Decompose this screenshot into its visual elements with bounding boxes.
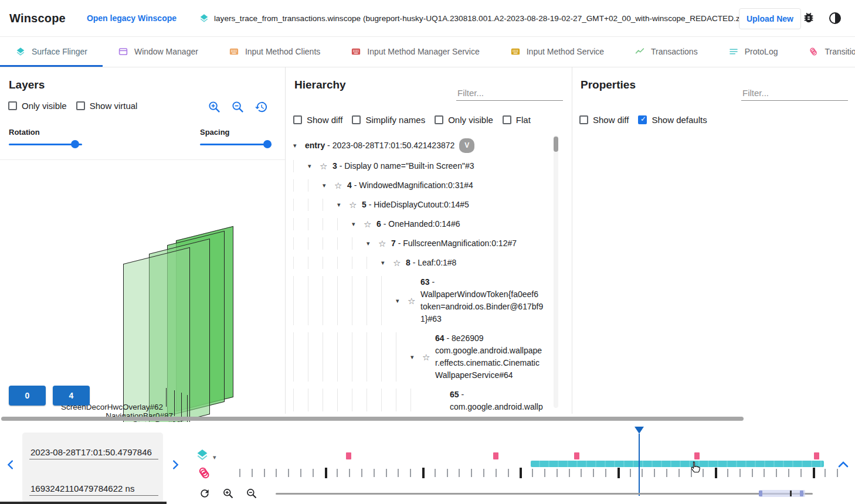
checkbox-box[interactable] — [8, 101, 17, 110]
tree-node-7[interactable]: ▾☆7 - FullscreenMagnification:0:12#7 — [293, 234, 554, 253]
tab-input-method-clients[interactable]: Input Method Clients — [213, 36, 335, 67]
timeline-ruler[interactable] — [239, 451, 841, 481]
ns-time-input[interactable] — [29, 482, 158, 496]
star-icon[interactable]: ☆ — [422, 351, 435, 363]
checkbox-box[interactable] — [352, 115, 361, 124]
rotation-slider-thumb[interactable] — [71, 140, 79, 148]
layer-id-button-0[interactable]: 0 — [9, 386, 46, 406]
tree-node-65[interactable]: ▾☆65 - com.google.android.wallpaper.effe… — [293, 385, 554, 411]
tree-node-64[interactable]: ▾☆64 - 8e26909 com.google.android.wallpa… — [293, 329, 554, 385]
tree-node-5[interactable]: ▾☆5 - HideDisplayCutout:0:14#5 — [293, 195, 554, 214]
chevron-up-icon[interactable] — [837, 459, 849, 468]
checkbox-box[interactable] — [503, 115, 511, 124]
transitions-trace-toggle-icon[interactable] — [196, 465, 212, 481]
refresh-icon[interactable] — [199, 488, 211, 499]
reset-view-history-icon[interactable] — [255, 100, 268, 116]
transition-marker[interactable] — [493, 452, 498, 459]
star-icon[interactable]: ☆ — [334, 179, 347, 192]
ruler-tick — [361, 469, 362, 477]
tab-transitions[interactable]: Transitions — [793, 36, 855, 67]
star-icon[interactable]: ☆ — [364, 218, 376, 230]
upload-new-button[interactable]: Upload New — [739, 8, 801, 29]
horizontal-scrollbar[interactable] — [1, 417, 744, 421]
spacing-slider[interactable] — [200, 140, 272, 148]
tree-node-3[interactable]: ▾☆3 - Display 0 name="Built-in Screen"#3 — [293, 156, 554, 176]
chevron-down-icon[interactable]: ▾ — [410, 351, 422, 363]
star-icon[interactable]: ☆ — [349, 199, 362, 211]
transition-marker[interactable] — [346, 452, 351, 459]
loaded-file-name: layers_trace_from_transactions.winscope … — [214, 14, 749, 23]
indent-guide — [337, 276, 352, 325]
rotation-slider[interactable] — [9, 140, 82, 148]
open-legacy-winscope-link[interactable]: Open legacy Winscope — [87, 13, 177, 23]
timeline-range-selection[interactable] — [759, 490, 805, 497]
zoom-in-icon[interactable] — [208, 100, 221, 116]
checkbox-simplify-names[interactable]: Simplify names — [352, 115, 425, 125]
dark-mode-toggle-icon[interactable] — [828, 11, 842, 25]
chevron-down-icon[interactable]: ▾ — [352, 218, 364, 230]
checkbox-show-defaults[interactable]: Show defaults — [638, 115, 707, 125]
tab-protolog[interactable]: ProtoLog — [713, 36, 793, 67]
chevron-down-icon[interactable]: ▾ — [396, 295, 408, 307]
tree-node-6[interactable]: ▾☆6 - OneHanded:0:14#6 — [293, 214, 554, 234]
zoom-out-icon[interactable] — [231, 100, 245, 116]
chevron-down-icon[interactable]: ▾ — [213, 454, 216, 461]
layers-trace-toggle-icon[interactable] — [195, 448, 209, 462]
bug-report-icon[interactable] — [802, 11, 816, 25]
checkbox-show-virtual[interactable]: Show virtual — [76, 101, 138, 111]
tab-input-method-service[interactable]: Input Method Service — [495, 36, 619, 67]
tab-window-manager[interactable]: Window Manager — [103, 36, 213, 67]
timeline-zoom-out-icon[interactable] — [246, 488, 257, 499]
hierarchy-panel-title: Hierarchy — [294, 79, 346, 91]
chevron-down-icon[interactable]: ▾ — [367, 237, 378, 250]
spacing-slider-thumb[interactable] — [263, 140, 272, 148]
range-handle-left[interactable] — [759, 491, 762, 496]
chevron-down-icon[interactable]: ▾ — [381, 257, 393, 269]
spacing-slider-track[interactable] — [200, 144, 272, 145]
tree-node-4[interactable]: ▾☆4 - WindowedMagnification:0:31#4 — [293, 176, 554, 195]
ruler-tick — [581, 469, 582, 477]
chevron-down-icon[interactable]: ▾ — [293, 139, 305, 152]
star-icon[interactable]: ☆ — [408, 295, 420, 307]
chevron-down-icon[interactable]: ▾ — [323, 179, 334, 192]
checkbox-only-visible[interactable]: Only visible — [435, 115, 493, 125]
star-icon[interactable]: ☆ — [378, 237, 391, 250]
transition-marker[interactable] — [814, 452, 819, 459]
star-icon[interactable]: ☆ — [320, 160, 333, 172]
timeline-cursor-handle[interactable] — [635, 427, 644, 434]
checkbox-show-diff[interactable]: Show diff — [293, 115, 342, 125]
chevron-down-icon[interactable]: ▾ — [308, 160, 320, 172]
hierarchy-filter-input[interactable] — [456, 86, 563, 101]
checkbox-box[interactable] — [638, 115, 647, 124]
checkbox-box[interactable] — [579, 115, 588, 124]
sf-trace-bar[interactable] — [531, 461, 825, 467]
tree-node-63[interactable]: ▾☆63 - WallpaperWindowToken{fa0eef6 toke… — [293, 273, 554, 329]
checkbox-box[interactable] — [76, 101, 85, 110]
timeline-range-track[interactable] — [276, 493, 813, 495]
hierarchy-scrollbar-track[interactable] — [554, 135, 558, 408]
hierarchy-scrollbar-thumb[interactable] — [554, 137, 558, 152]
checkbox-box[interactable] — [435, 115, 443, 124]
tree-node-8[interactable]: ▾☆8 - Leaf:0:1#8 — [293, 253, 554, 273]
tab-input-method-manager-service[interactable]: Input Method Manager Service — [335, 36, 494, 67]
timeline-zoom-in-icon[interactable] — [222, 488, 234, 499]
indent-guide — [396, 389, 410, 411]
properties-filter-input[interactable] — [741, 86, 848, 101]
checkbox-show-diff[interactable]: Show diff — [579, 115, 629, 125]
ruler-tick — [654, 469, 655, 477]
chevron-right-icon[interactable] — [169, 458, 182, 471]
transition-marker[interactable] — [574, 452, 579, 459]
chevron-down-icon[interactable]: ▾ — [337, 199, 349, 211]
transition-marker[interactable] — [694, 452, 700, 459]
layer-id-button-4[interactable]: 4 — [53, 386, 90, 406]
tab-transactions[interactable]: Transactions — [619, 36, 713, 67]
checkbox-flat[interactable]: Flat — [503, 115, 531, 125]
chevron-left-icon[interactable] — [5, 458, 18, 471]
checkbox-box[interactable] — [293, 115, 302, 124]
star-icon[interactable]: ☆ — [393, 257, 406, 269]
checkbox-only-visible[interactable]: Only visible — [8, 101, 67, 111]
tree-node-entry[interactable]: ▾entry - 2023-08-28T17:01:50.421423872V — [293, 135, 554, 156]
range-handle-right[interactable] — [800, 491, 803, 496]
tab-surface-flinger[interactable]: Surface Flinger — [0, 36, 103, 67]
human-time-input[interactable] — [29, 445, 158, 459]
